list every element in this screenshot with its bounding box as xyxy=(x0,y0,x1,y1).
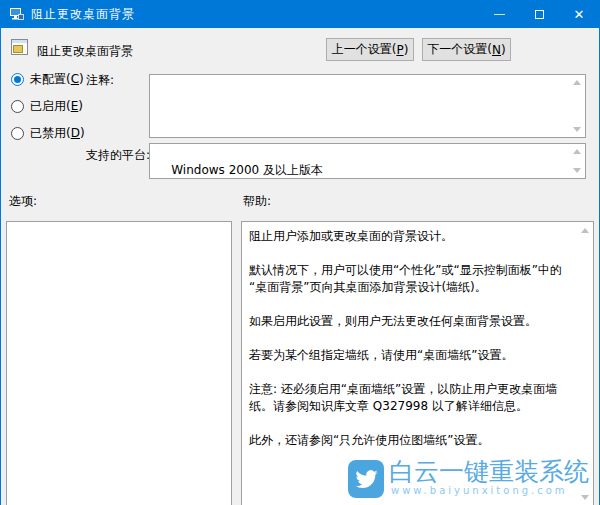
policy-setting-dialog: 阻止更改桌面背景 ✕ 阻止更改桌面背景 上一个设置(P) 下一个设置(N) 未配… xyxy=(0,0,600,505)
radio-enabled-accesskey: E xyxy=(71,99,79,113)
radio-enabled-label: 已启用( xyxy=(30,98,71,115)
comment-label: 注释: xyxy=(86,72,114,89)
supported-platform-box: Windows 2000 及以上版本 xyxy=(149,143,586,179)
radio-not-configured-accesskey: C xyxy=(71,72,79,86)
help-paragraph: 若要为某个组指定墙纸，请使用“桌面墙纸”设置。 xyxy=(249,347,577,364)
maximize-button[interactable] xyxy=(519,0,559,28)
previous-setting-label-suffix: ) xyxy=(404,43,409,57)
group-policy-setting-icon xyxy=(11,39,28,55)
previous-setting-accesskey: P xyxy=(396,43,403,57)
close-button[interactable]: ✕ xyxy=(559,0,599,28)
help-paragraph: 阻止用户添加或更改桌面的背景设计。 xyxy=(249,228,577,245)
help-paragraph: 注意: 还必须启用“桌面墙纸”设置，以防止用户更改桌面墙纸。请参阅知识库文章 Q… xyxy=(249,381,577,415)
radio-disabled-label-suffix: ) xyxy=(80,126,85,140)
radio-enabled[interactable]: 已启用(E) xyxy=(11,98,83,114)
help-paragraph: 此外，还请参阅“只允许使用位图墙纸”设置。 xyxy=(249,432,577,449)
scroll-down-icon xyxy=(573,168,581,173)
previous-setting-button[interactable]: 上一个设置(P) xyxy=(326,38,414,61)
options-panel xyxy=(6,221,232,505)
help-label: 帮助: xyxy=(243,193,271,210)
supported-platform-value: Windows 2000 及以上版本 xyxy=(171,163,323,177)
scroll-up-icon[interactable] xyxy=(573,80,581,85)
scroll-down-icon[interactable] xyxy=(573,127,581,132)
radio-enabled-label-suffix: ) xyxy=(78,99,83,113)
window-title: 阻止更改桌面背景 xyxy=(31,6,135,23)
radio-disabled-accesskey: D xyxy=(71,126,80,140)
next-setting-accesskey: N xyxy=(492,43,501,57)
help-paragraph: 默认情况下，用户可以使用“个性化”或“显示控制面板”中的“桌面背景”页向其桌面添… xyxy=(249,262,577,296)
title-bar: 阻止更改桌面背景 ✕ xyxy=(1,0,599,28)
next-setting-label-suffix: ) xyxy=(501,43,506,57)
help-paragraph: 如果启用此设置，则用户无法更改任何桌面背景设置。 xyxy=(249,313,577,330)
next-setting-button[interactable]: 下一个设置(N) xyxy=(422,38,511,61)
maximize-icon xyxy=(535,10,544,19)
radio-disabled-label: 已禁用( xyxy=(30,125,71,142)
radio-disabled[interactable]: 已禁用(D) xyxy=(11,125,85,141)
scroll-up-icon[interactable] xyxy=(581,228,589,233)
setting-title: 阻止更改桌面背景 xyxy=(37,43,133,60)
minimize-button[interactable] xyxy=(479,0,519,28)
previous-setting-label: 上一个设置( xyxy=(332,41,397,58)
close-icon: ✕ xyxy=(574,8,585,21)
radio-icon xyxy=(11,100,24,113)
radio-not-configured-label: 未配置( xyxy=(30,71,71,88)
scroll-down-icon[interactable] xyxy=(581,495,589,500)
comment-textarea[interactable] xyxy=(149,74,586,138)
next-setting-label: 下一个设置( xyxy=(427,41,492,58)
radio-icon xyxy=(11,73,24,86)
policy-window-icon xyxy=(9,6,25,22)
minimize-icon xyxy=(494,14,505,15)
radio-not-configured[interactable]: 未配置(C) xyxy=(11,71,84,87)
scroll-up-icon xyxy=(573,149,581,154)
radio-icon xyxy=(11,127,24,140)
supported-platform-label: 支持的平台: xyxy=(86,147,150,164)
help-panel[interactable]: 阻止用户添加或更改桌面的背景设计。 默认情况下，用户可以使用“个性化”或“显示控… xyxy=(241,221,594,505)
radio-not-configured-label-suffix: ) xyxy=(79,72,84,86)
options-label: 选项: xyxy=(9,193,37,210)
